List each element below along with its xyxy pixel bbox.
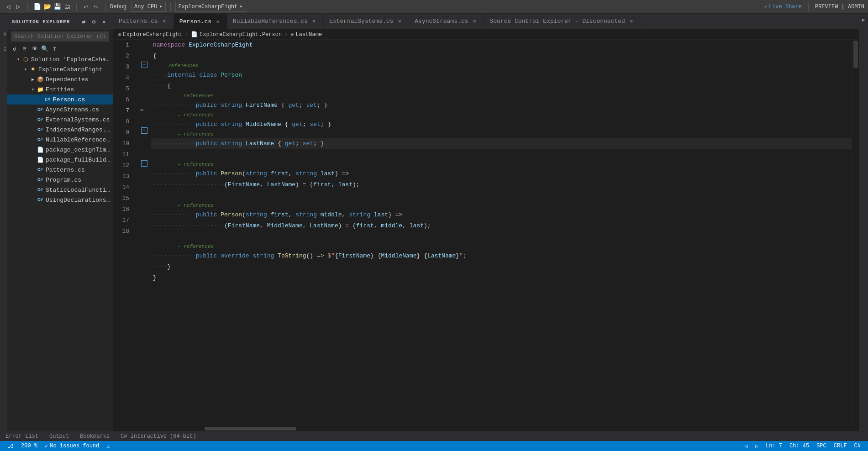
ns-value: ExploreCsharpEight [189, 40, 253, 51]
tab-as-close[interactable]: ✕ [471, 18, 478, 25]
status-nav-next[interactable]: ▷ [752, 441, 762, 451]
status-ch[interactable]: Ch: 45 [786, 441, 813, 451]
status-crlf[interactable]: CRLF [830, 441, 851, 451]
sidebar-settings-icon[interactable]: ⚙ [90, 18, 98, 26]
project-item[interactable]: ▾ ■ ExploreCsharpEight [7, 64, 113, 74]
tab-person[interactable]: Person.cs ✕ [174, 14, 227, 29]
right-arrow-icon[interactable]: ▶ [859, 16, 868, 24]
code-content[interactable]: namespace ExploreCsharpEight { – referen… [151, 40, 852, 426]
code-line-10[interactable]: ····················(FirstName, LastName… [151, 179, 852, 190]
sidebar-item-asyncstreams[interactable]: ▶ C# AsyncStreams.cs [7, 105, 113, 115]
horizontal-scrollbar-thumb[interactable] [205, 427, 296, 430]
tab-person-close[interactable]: ✕ [214, 18, 221, 25]
fold-9[interactable]: − [141, 127, 147, 134]
code-line-5[interactable]: ············public string FirstName { ge… [151, 100, 852, 111]
bottom-tab-errorlist[interactable]: Error List [4, 432, 40, 441]
filter-icon[interactable]: ⊤ [50, 44, 59, 53]
status-warnings[interactable]: ⚠ [103, 441, 113, 451]
tab-es-close[interactable]: ✕ [396, 18, 403, 25]
project-dropdown[interactable]: ExploreCsharpEight ▾ [175, 2, 246, 12]
save-icon[interactable]: 💾 [53, 2, 62, 11]
server-explorer-icon[interactable]: SE [0, 32, 7, 37]
new-file-icon[interactable]: 📄 [32, 2, 42, 11]
sidebar-item-program[interactable]: ▶ C# Program.cs [7, 175, 113, 185]
line-11: 11 [113, 149, 133, 160]
status-no-issues[interactable]: ✓ No issues found [41, 441, 103, 451]
status-nav-prev[interactable]: ◁ [741, 441, 751, 451]
bottom-tab-csharp-interactive[interactable]: C# Interactive (64-bit) [119, 432, 198, 441]
code-line-11[interactable] [151, 190, 852, 201]
breadcrumb-file[interactable]: ExploreCsharpEight.Person [200, 31, 282, 38]
breadcrumb-file-icon: 📄 [191, 31, 198, 38]
solution-root[interactable]: ▾ ⬡ Solution 'ExploreCsharpEight' (1 of … [7, 54, 113, 64]
forward-icon[interactable]: ▷ [14, 2, 23, 11]
code-editor[interactable]: 1 2 3 4 5 6 7 8 9 10 11 12 13 14 15 16 1… [113, 40, 859, 426]
status-zoom[interactable]: 200 % [17, 441, 41, 451]
ud-label: UsingDeclarationsRefStruct.cs [46, 197, 113, 204]
sidebar-item-dependencies[interactable]: ▶ 📦 Dependencies [7, 74, 113, 84]
sidebar-item-designtimebuild[interactable]: ▶ 📄 package_designTimeBuild.binlog [7, 145, 113, 155]
tab-sourcecontrol[interactable]: Source Control Explorer - Disconnected ✕ [484, 14, 641, 29]
cpu-dropdown[interactable]: Any CPU ▾ [131, 2, 166, 12]
sidebar-item-fullbuild[interactable]: ▶ 📄 package_fullBuild.binlog [7, 155, 113, 165]
code-line-1[interactable]: namespace ExploreCsharpEight [151, 40, 852, 51]
status-ln[interactable]: Ln: 7 [762, 441, 786, 451]
code-line-4[interactable]: ····{ [151, 81, 852, 92]
save-all-icon[interactable]: 🗂 [63, 2, 72, 11]
fold-3[interactable]: − [141, 62, 147, 68]
sidebar-item-staticlocalfunctions[interactable]: ▶ C# StaticLocalFunctions.cs [7, 185, 113, 195]
code-line-13[interactable]: ····················(FirstName, MiddleNa… [151, 220, 852, 231]
code-line-16[interactable]: ····} [151, 262, 852, 273]
code-line-9[interactable]: ············public Person(string first, … [151, 168, 852, 179]
code-line-14[interactable] [151, 231, 852, 242]
code-line-17[interactable]: } [151, 273, 852, 283]
sidebar-item-entities[interactable]: ▾ 📁 Entities [7, 84, 113, 94]
status-git[interactable]: ⎇ [4, 441, 17, 451]
sidebar-item-externalsystems[interactable]: ▶ C# ExternalSystems.cs [7, 115, 113, 125]
toolbox-icon[interactable]: TB [0, 47, 7, 51]
status-spc[interactable]: SPC [813, 441, 830, 451]
sidebar-item-usingdeclarations[interactable]: ▶ C# UsingDeclarationsRefStruct.cs [7, 195, 113, 205]
open-icon[interactable]: 📂 [42, 2, 52, 11]
fold-12[interactable]: − [141, 160, 147, 167]
code-line-8[interactable] [151, 149, 852, 160]
code-line-3[interactable]: ····internal class Person [151, 70, 852, 81]
sidebar-search-input[interactable] [11, 31, 109, 42]
tab-sc-close[interactable]: ✕ [628, 18, 635, 25]
sp2 [196, 70, 200, 81]
live-share-button[interactable]: ↗ Live Share [764, 3, 802, 10]
minimap-thumb[interactable] [853, 41, 858, 68]
bottom-tabs-bar: Error List Output Bookmarks C# Interacti… [0, 431, 868, 441]
sidebar-close-icon[interactable]: ✕ [100, 18, 108, 26]
back-icon[interactable]: ◁ [4, 2, 13, 11]
tab-patterns[interactable]: Patterns.cs ✕ [113, 14, 174, 29]
sidebar-sync-icon[interactable]: ⇄ [80, 18, 88, 26]
tab-asyncstreams[interactable]: AsyncStreams.cs ✕ [409, 14, 484, 29]
breadcrumb-project[interactable]: ExploreCsharpEight [123, 31, 182, 38]
sidebar-item-nullablereferences[interactable]: ▶ C# NullableReferences.cs [7, 135, 113, 145]
code-line-12[interactable]: ············public Person(string first, … [151, 210, 852, 220]
sidebar-item-indicesandranges[interactable]: ▶ C# IndicesAndRanges.cs [7, 125, 113, 135]
bottom-scrollbar[interactable] [113, 426, 859, 431]
show-all-icon[interactable]: 👁 [30, 44, 39, 53]
sync-icon[interactable]: ↺ [10, 44, 19, 53]
bottom-tab-bookmarks[interactable]: Bookmarks [78, 432, 111, 441]
code-line-2[interactable]: { [151, 51, 852, 62]
sidebar-item-patterns[interactable]: ▶ C# Patterns.cs [7, 165, 113, 175]
tab-nr-close[interactable]: ✕ [310, 18, 318, 25]
breadcrumb-member[interactable]: LastName [296, 31, 322, 38]
sidebar-item-person[interactable]: ▶ C# Person.cs [7, 94, 113, 105]
search-icon[interactable]: 🔍 [40, 44, 49, 53]
collapse-icon[interactable]: ⊟ [20, 44, 29, 53]
bottom-tab-output[interactable]: Output [47, 432, 71, 441]
code-line-7[interactable]: ············public string LastName { get… [151, 138, 852, 149]
tab-patterns-close[interactable]: ✕ [161, 18, 168, 25]
code-line-18[interactable] [151, 283, 852, 294]
tab-nullablereferences[interactable]: NullableReferences.cs ✕ [227, 14, 324, 29]
redo-icon[interactable]: ↪ [91, 2, 100, 11]
code-line-15[interactable]: ············public override string ToStr… [151, 251, 852, 262]
undo-icon[interactable]: ↩ [81, 2, 90, 11]
tab-externalsystems[interactable]: ExternalSystems.cs ✕ [324, 14, 409, 29]
status-lang[interactable]: C# [851, 441, 864, 451]
code-line-6[interactable]: ············public string MiddleName { g… [151, 119, 852, 130]
